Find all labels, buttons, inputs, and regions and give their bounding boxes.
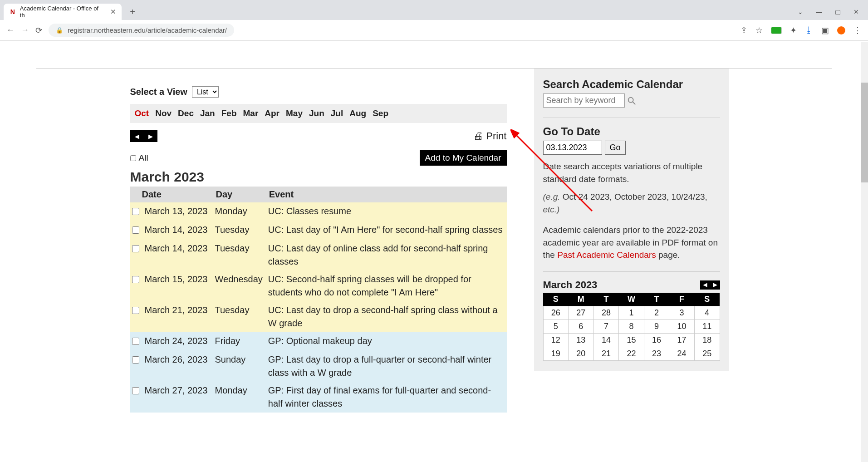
row-checkbox[interactable] xyxy=(132,276,139,283)
month-link-oct[interactable]: Oct xyxy=(135,108,149,118)
minical-day[interactable]: 12 xyxy=(543,333,569,347)
month-link-apr[interactable]: Apr xyxy=(265,108,280,118)
minical-day[interactable]: 20 xyxy=(569,347,594,360)
month-link-dec[interactable]: Dec xyxy=(178,108,194,118)
minical-day[interactable]: 9 xyxy=(644,319,669,333)
minical-day[interactable]: 7 xyxy=(593,319,619,333)
extension-orange-icon[interactable] xyxy=(837,26,845,34)
cell-date: March 24, 2023 xyxy=(142,332,212,351)
close-window-icon[interactable]: ✕ xyxy=(853,8,859,15)
minical-dow: M xyxy=(569,293,594,306)
minical-day[interactable]: 11 xyxy=(694,319,720,333)
minical-day[interactable]: 14 xyxy=(593,333,619,347)
minical-day[interactable]: 25 xyxy=(694,347,720,360)
row-checkbox[interactable] xyxy=(132,208,139,215)
past-calendars-link[interactable]: Past Academic Calendars xyxy=(557,250,656,260)
mini-calendar: SMTWTFS 26272812345678910111213141516171… xyxy=(543,293,720,361)
minical-day[interactable]: 21 xyxy=(593,347,619,360)
view-select[interactable]: List xyxy=(192,86,219,98)
month-link-jun[interactable]: Jun xyxy=(309,108,324,118)
row-checkbox[interactable] xyxy=(132,226,139,234)
minical-dow: W xyxy=(619,293,644,306)
minical-day[interactable]: 13 xyxy=(569,333,594,347)
minimize-icon[interactable]: — xyxy=(816,8,822,15)
cell-event: UC: Classes resume xyxy=(265,202,507,221)
col-date: Date xyxy=(130,187,212,202)
bookmark-star-icon[interactable]: ☆ xyxy=(755,25,763,35)
extension-camera-icon[interactable] xyxy=(771,27,782,34)
row-checkbox[interactable] xyxy=(132,245,139,252)
forward-icon[interactable]: → xyxy=(21,25,29,35)
download-icon[interactable]: ⭳ xyxy=(805,25,813,35)
month-link-jan[interactable]: Jan xyxy=(200,108,215,118)
minical-day[interactable]: 5 xyxy=(543,319,569,333)
minical-day[interactable]: 16 xyxy=(644,333,669,347)
minical-day[interactable]: 26 xyxy=(543,306,569,319)
next-button[interactable]: ▶ xyxy=(144,130,157,142)
month-link-aug[interactable]: Aug xyxy=(349,108,366,118)
cell-date: March 13, 2023 xyxy=(142,202,212,221)
close-tab-icon[interactable]: ✕ xyxy=(110,8,116,16)
minical-day[interactable]: 23 xyxy=(644,347,669,360)
search-icon[interactable] xyxy=(627,96,637,106)
goto-date-input[interactable] xyxy=(543,141,602,155)
minical-day[interactable]: 10 xyxy=(669,319,695,333)
minical-day[interactable]: 1 xyxy=(619,306,644,319)
select-view-label: Select a View xyxy=(130,87,187,97)
minical-day[interactable]: 3 xyxy=(669,306,695,319)
cell-event: GP: Last day to drop a full-quarter or s… xyxy=(265,351,507,382)
tab-title: Academic Calendar - Office of th xyxy=(20,5,104,19)
row-checkbox[interactable] xyxy=(132,307,139,314)
minical-day[interactable]: 22 xyxy=(619,347,644,360)
table-row: March 27, 2023MondayGP: First day of fin… xyxy=(130,382,507,413)
cell-event: UC: Last day of "I Am Here" for second-h… xyxy=(265,221,507,240)
minical-day[interactable]: 8 xyxy=(619,319,644,333)
cell-event: UC: Last day to drop a second-half sprin… xyxy=(265,301,507,332)
reload-icon[interactable]: ⟳ xyxy=(35,25,42,35)
minical-day[interactable]: 15 xyxy=(619,333,644,347)
add-to-calendar-button[interactable]: Add to My Calendar xyxy=(420,150,507,166)
kebab-menu-icon[interactable]: ⋮ xyxy=(853,25,862,35)
prev-button[interactable]: ◀ xyxy=(130,130,144,142)
new-tab-button[interactable]: + xyxy=(126,5,139,18)
minical-day[interactable]: 24 xyxy=(669,347,695,360)
select-all-label[interactable]: All xyxy=(130,153,148,163)
goto-button[interactable]: Go xyxy=(605,141,626,155)
maximize-icon[interactable]: ▢ xyxy=(835,8,841,15)
month-link-feb[interactable]: Feb xyxy=(221,108,237,118)
minical-day[interactable]: 17 xyxy=(669,333,695,347)
vertical-scrollbar[interactable] xyxy=(861,42,868,431)
month-link-jul[interactable]: Jul xyxy=(331,108,343,118)
month-link-may[interactable]: May xyxy=(286,108,303,118)
month-link-nov[interactable]: Nov xyxy=(155,108,172,118)
row-checkbox[interactable] xyxy=(132,387,139,394)
minical-day[interactable]: 2 xyxy=(644,306,669,319)
month-link-mar[interactable]: Mar xyxy=(243,108,258,118)
search-input[interactable] xyxy=(543,93,625,108)
minical-day[interactable]: 18 xyxy=(694,333,720,347)
cell-date: March 27, 2023 xyxy=(142,382,212,413)
cell-day: Tuesday xyxy=(212,240,265,270)
address-bar[interactable]: 🔒 registrar.northeastern.edu/article/aca… xyxy=(49,24,234,37)
minical-day[interactable]: 27 xyxy=(569,306,594,319)
back-icon[interactable]: ← xyxy=(6,25,15,35)
browser-tab[interactable]: N Academic Calendar - Office of th ✕ xyxy=(4,4,122,20)
cell-day: Tuesday xyxy=(212,221,265,240)
cell-date: March 14, 2023 xyxy=(142,221,212,240)
cell-date: March 15, 2023 xyxy=(142,270,212,301)
minical-day[interactable]: 6 xyxy=(569,319,594,333)
row-checkbox[interactable] xyxy=(132,356,139,364)
print-link[interactable]: 🖨 Print xyxy=(473,130,506,142)
share-icon[interactable]: ⇪ xyxy=(740,25,747,35)
panel-icon[interactable]: ▣ xyxy=(821,25,829,35)
row-checkbox[interactable] xyxy=(132,338,139,345)
minical-day[interactable]: 4 xyxy=(694,306,720,319)
extensions-puzzle-icon[interactable]: ✦ xyxy=(790,25,797,35)
minical-prev-button[interactable]: ◀ xyxy=(700,280,710,290)
minical-next-button[interactable]: ▶ xyxy=(710,280,720,290)
select-all-checkbox[interactable] xyxy=(130,155,136,161)
chevron-down-icon[interactable]: ⌄ xyxy=(798,8,803,15)
minical-day[interactable]: 19 xyxy=(543,347,569,360)
minical-day[interactable]: 28 xyxy=(593,306,619,319)
month-link-sep[interactable]: Sep xyxy=(373,108,388,118)
